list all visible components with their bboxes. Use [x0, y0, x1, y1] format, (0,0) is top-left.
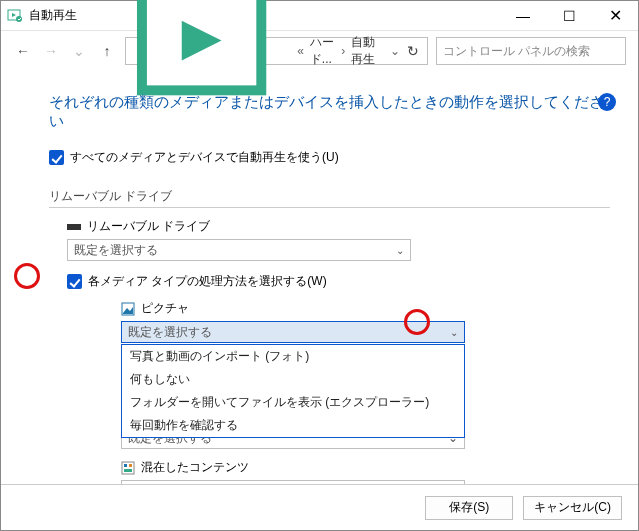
crumb-sep: ›	[341, 44, 345, 58]
drive-icon	[67, 224, 81, 230]
svg-rect-10	[124, 469, 132, 472]
mixed-dropdown[interactable]: 既定を選択する ⌄	[121, 480, 465, 484]
search-input[interactable]: コントロール パネルの検索	[436, 37, 626, 65]
svg-rect-7	[122, 462, 134, 474]
crumb-autoplay[interactable]: 自動再生	[351, 34, 377, 68]
refresh-button[interactable]: ↻	[406, 43, 421, 59]
option-import-photos[interactable]: 写真と動画のインポート (フォト)	[122, 345, 464, 368]
page-heading: それぞれの種類のメディアまたはデバイスを挿入したときの動作を選択してください	[49, 93, 610, 131]
crumb-hardware[interactable]: ハード...	[310, 34, 335, 68]
toolbar: ← → ⌄ ↑ « ハード... › 自動再生 ⌄ ↻ コントロール パネルの検…	[1, 31, 638, 71]
checkbox-each-media-label: 各メディア タイプの処理方法を選択する(W)	[88, 273, 327, 290]
media-pictures-label: ピクチャ	[121, 300, 610, 317]
window-title: 自動再生	[29, 7, 77, 24]
cancel-button[interactable]: キャンセル(C)	[523, 496, 622, 520]
content-area: ? それぞれの種類のメディアまたはデバイスを挿入したときの動作を選択してください…	[1, 71, 638, 484]
removable-drive-dropdown[interactable]: 既定を選択する ⌄	[67, 239, 411, 261]
svg-rect-9	[129, 464, 132, 467]
annotation-circle	[14, 263, 40, 289]
picture-icon	[121, 302, 135, 316]
pictures-dropdown[interactable]: 既定を選択する ⌄	[121, 321, 465, 343]
maximize-button[interactable]: ☐	[546, 1, 592, 31]
footer: 保存(S) キャンセル(C)	[1, 484, 638, 530]
save-button[interactable]: 保存(S)	[425, 496, 513, 520]
pictures-dropdown-list[interactable]: 写真と動画のインポート (フォト) 何もしない フォルダーを開いてファイルを表示…	[121, 344, 465, 438]
option-ask-every-time[interactable]: 毎回動作を確認する	[122, 414, 464, 437]
checkbox-each-media[interactable]: 各メディア タイプの処理方法を選択する(W)	[67, 273, 610, 290]
checkbox-checkmark-icon	[49, 150, 64, 165]
mixed-content-icon	[121, 461, 135, 475]
divider	[49, 207, 610, 208]
checkbox-checkmark-icon	[67, 274, 82, 289]
minimize-button[interactable]: —	[500, 1, 546, 31]
removable-drive-label: リムーバブル ドライブ	[67, 218, 610, 235]
crumb-sep: «	[297, 44, 304, 58]
titlebar: 自動再生 — ☐ ✕	[1, 1, 638, 31]
autoplay-icon	[7, 8, 23, 24]
svg-rect-8	[124, 464, 127, 467]
recent-chevron[interactable]: ⌄	[69, 43, 89, 59]
dropdown-value: 既定を選択する	[74, 242, 158, 259]
close-button[interactable]: ✕	[592, 1, 638, 31]
back-button[interactable]: ←	[13, 43, 33, 59]
section-removable-title: リムーバブル ドライブ	[49, 188, 610, 205]
up-button[interactable]: ↑	[97, 43, 117, 59]
media-mixed-label: 混在したコンテンツ	[121, 459, 610, 476]
chevron-down-icon: ⌄	[396, 245, 404, 256]
address-bar[interactable]: « ハード... › 自動再生 ⌄ ↻	[125, 37, 428, 65]
checkbox-use-all-label: すべてのメディアとデバイスで自動再生を使う(U)	[70, 149, 339, 166]
svg-point-2	[16, 16, 22, 22]
forward-button[interactable]: →	[41, 43, 61, 59]
address-chevron[interactable]: ⌄	[390, 44, 400, 58]
dropdown-value: 既定を選択する	[128, 324, 212, 341]
option-open-folder[interactable]: フォルダーを開いてファイルを表示 (エクスプローラー)	[122, 391, 464, 414]
help-icon[interactable]: ?	[598, 93, 616, 111]
chevron-down-icon: ⌄	[450, 327, 458, 338]
dropdown-value: 既定を選択する	[128, 483, 212, 485]
checkbox-use-all[interactable]: すべてのメディアとデバイスで自動再生を使う(U)	[49, 149, 610, 166]
option-do-nothing[interactable]: 何もしない	[122, 368, 464, 391]
